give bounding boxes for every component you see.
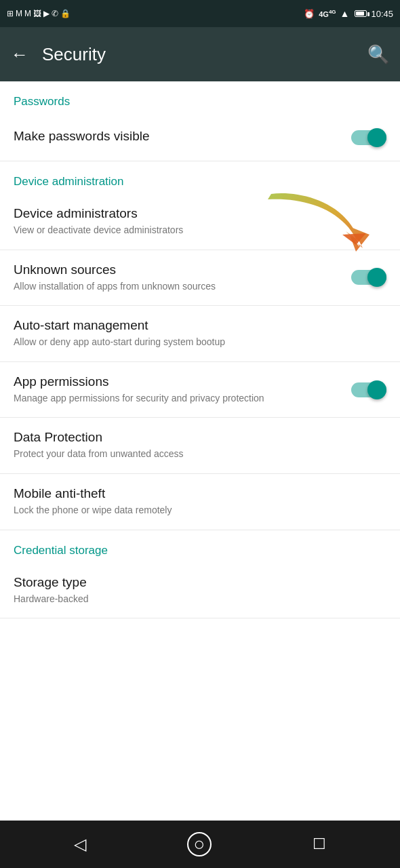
home-nav-button[interactable]: ○	[187, 832, 212, 856]
item-title-mobile-anti-theft: Mobile anti-theft	[14, 486, 386, 501]
bottom-navigation: ◁ ○ ☐	[0, 821, 400, 868]
item-title-unknown-sources: Unknown sources	[14, 262, 343, 277]
toggle-thumb	[367, 380, 386, 399]
search-button[interactable]: 🔍	[367, 44, 389, 65]
item-subtitle-device-administrators: View or deactivate device administrators	[14, 224, 386, 237]
item-title-make-passwords-visible: Make passwords visible	[14, 129, 343, 144]
item-unknown-sources[interactable]: Unknown sources Allow installation of ap…	[0, 250, 400, 307]
item-title-storage-type: Storage type	[14, 575, 386, 590]
toggle-unknown-sources[interactable]	[351, 267, 386, 288]
toggle-app-permissions[interactable]	[351, 380, 386, 400]
item-subtitle-unknown-sources: Allow installation of apps from unknown …	[14, 280, 343, 294]
section-credential-storage: Credential storage Storage type Hardware…	[0, 530, 400, 619]
item-data-protection[interactable]: Data Protection Protect your data from u…	[0, 418, 400, 474]
section-header-device-administration: Device administration	[0, 161, 400, 194]
item-auto-start-management[interactable]: Auto-start management Allow or deny app …	[0, 306, 400, 362]
item-subtitle-mobile-anti-theft: Lock the phone or wipe data remotely	[14, 504, 386, 517]
item-app-permissions[interactable]: App permissions Manage app permissions f…	[0, 362, 400, 418]
item-device-administrators[interactable]: Device administrators View or deactivate…	[0, 194, 400, 250]
status-bar: ⊞ M M 🖼 ▶ ✆ 🔒 ⏰ 4G4G ▲ 10:45	[0, 0, 400, 27]
signal-icon: ▲	[340, 8, 350, 19]
toggle-make-passwords-visible[interactable]	[351, 127, 386, 148]
section-header-passwords: Passwords	[0, 81, 400, 114]
toggle-thumb	[367, 268, 386, 287]
back-button[interactable]: ←	[11, 44, 28, 65]
item-title-auto-start-management: Auto-start management	[14, 318, 386, 333]
settings-content: Passwords Make passwords visible Device …	[0, 81, 400, 821]
recents-nav-button[interactable]: ☐	[292, 829, 346, 860]
battery-icon	[355, 10, 367, 17]
back-nav-button[interactable]: ◁	[54, 828, 106, 861]
page-title: Security	[42, 44, 367, 65]
notification-icons: ⊞ M M 🖼 ▶ ✆ 🔒	[7, 9, 71, 18]
item-subtitle-storage-type: Hardware-backed	[14, 593, 386, 606]
item-title-device-administrators: Device administrators	[14, 206, 386, 221]
section-passwords: Passwords Make passwords visible	[0, 81, 400, 161]
status-bar-right: ⏰ 4G4G ▲ 10:45	[304, 8, 393, 19]
item-title-app-permissions: App permissions	[14, 374, 343, 389]
app-bar: ← Security 🔍	[0, 27, 400, 81]
item-subtitle-app-permissions: Manage app permissions for security and …	[14, 392, 343, 406]
network-type: 4G4G	[319, 9, 336, 18]
item-subtitle-auto-start-management: Allow or deny app auto-start during syst…	[14, 336, 386, 349]
time-display: 10:45	[371, 9, 393, 19]
item-make-passwords-visible[interactable]: Make passwords visible	[0, 114, 400, 161]
item-title-data-protection: Data Protection	[14, 430, 386, 445]
section-header-credential-storage: Credential storage	[0, 530, 400, 563]
item-storage-type[interactable]: Storage type Hardware-backed	[0, 563, 400, 619]
item-subtitle-data-protection: Protect your data from unwanted access	[14, 448, 386, 461]
toggle-thumb	[367, 128, 386, 147]
status-bar-left: ⊞ M M 🖼 ▶ ✆ 🔒	[7, 9, 71, 18]
section-device-administration: Device administration Device administrat…	[0, 161, 400, 530]
item-mobile-anti-theft[interactable]: Mobile anti-theft Lock the phone or wipe…	[0, 474, 400, 530]
alarm-icon: ⏰	[304, 9, 315, 19]
